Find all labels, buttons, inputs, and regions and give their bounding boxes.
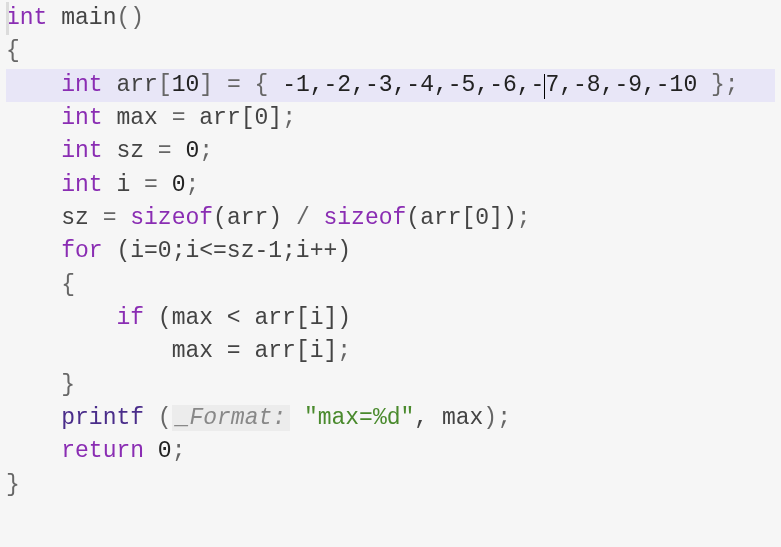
init-open: = { (213, 72, 282, 98)
keyword-return: return (61, 438, 144, 464)
identifier-max: max (442, 405, 483, 431)
brace-close: } (6, 472, 20, 498)
code-line-active: int arr[10] = { -1,-2,-3,-4,-5,-6,-7,-8,… (6, 69, 775, 102)
string-literal: "max=%d" (304, 405, 414, 431)
code-line: { (6, 35, 775, 68)
semicolon: ; (725, 72, 739, 98)
number: 0 (158, 438, 172, 464)
init-close: } (697, 72, 725, 98)
equals: = (144, 138, 185, 164)
semicolon: ; (517, 205, 531, 231)
brace-close: } (61, 372, 75, 398)
bracket: ] (199, 72, 213, 98)
array-values-a: -1,-2,-3,-4,-5,-6,- (282, 72, 544, 98)
for-head: (i=0;i<=sz-1;i++) (103, 238, 351, 264)
gutter-mark (6, 2, 9, 35)
comma: , (414, 405, 442, 431)
paren-open: ( (144, 405, 172, 431)
identifier-sz: sz (116, 138, 144, 164)
assign-max: max = arr[i] (172, 338, 338, 364)
expr-sizeof-arr: (arr) (213, 205, 282, 231)
code-line: } (6, 469, 775, 502)
keyword-sizeof: sizeof (324, 205, 407, 231)
keyword-if: if (116, 305, 144, 331)
code-line: return 0; (6, 435, 775, 468)
keyword-int: int (61, 172, 102, 198)
semicolon: ; (172, 438, 186, 464)
code-line: for (i=0;i<=sz-1;i++) (6, 235, 775, 268)
code-line: int main() (6, 2, 775, 35)
semicolon: ; (497, 405, 511, 431)
keyword-for: for (61, 238, 102, 264)
parens: () (116, 5, 144, 31)
equals: = (158, 105, 199, 131)
semicolon: ; (199, 138, 213, 164)
code-line: } (6, 369, 775, 402)
code-line: max = arr[i]; (6, 335, 775, 368)
expr-sizeof-arr0: (arr[0]) (406, 205, 516, 231)
number: 10 (172, 72, 200, 98)
keyword-int: int (61, 105, 102, 131)
param-hint-format: _Format: (172, 405, 290, 431)
text-cursor-icon (544, 74, 545, 99)
code-line: sz = sizeof(arr) / sizeof(arr[0]); (6, 202, 775, 235)
paren-close: ) (483, 405, 497, 431)
keyword-sizeof: sizeof (130, 205, 213, 231)
array-values-b: 7,-8,-9,-10 (545, 72, 697, 98)
brace-open: { (6, 38, 20, 64)
expr-arr0: arr[0] (199, 105, 282, 131)
keyword-int: int (61, 138, 102, 164)
semicolon: ; (186, 172, 200, 198)
call-printf: printf (61, 405, 144, 431)
semicolon: ; (337, 338, 351, 364)
keyword-int: int (6, 5, 47, 31)
code-editor[interactable]: int main() { int arr[10] = { -1,-2,-3,-4… (0, 0, 781, 504)
code-line: { (6, 269, 775, 302)
semicolon: ; (282, 105, 296, 131)
keyword-int: int (61, 72, 102, 98)
identifier-main: main (61, 5, 116, 31)
number: 0 (172, 172, 186, 198)
bracket: [ (158, 72, 172, 98)
equals: = (130, 172, 171, 198)
divide: / (282, 205, 323, 231)
number: 0 (185, 138, 199, 164)
code-line: int max = arr[0]; (6, 102, 775, 135)
identifier-i: i (116, 172, 130, 198)
identifier-max: max (116, 105, 157, 131)
code-line: int i = 0; (6, 169, 775, 202)
equals: = (89, 205, 130, 231)
identifier-arr: arr (116, 72, 157, 98)
code-line: int sz = 0; (6, 135, 775, 168)
brace-open: { (61, 272, 75, 298)
code-line: if (max < arr[i]) (6, 302, 775, 335)
code-line: printf (_Format: "max=%d", max); (6, 402, 775, 435)
if-condition: (max < arr[i]) (144, 305, 351, 331)
identifier-sz: sz (61, 205, 89, 231)
